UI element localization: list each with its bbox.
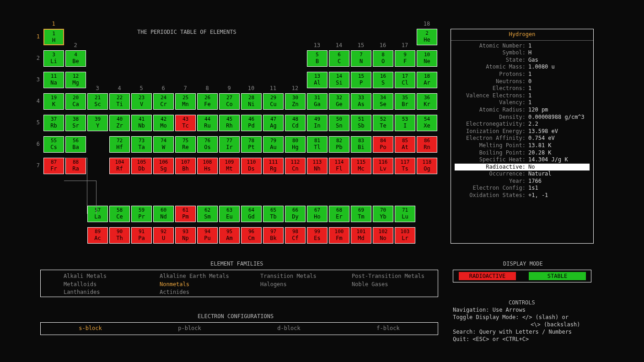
element-Ag[interactable]: 47Ag [263, 115, 284, 131]
element-Hs[interactable]: 108Hs [197, 158, 218, 174]
element-Re[interactable]: 75Re [175, 136, 196, 153]
element-H[interactable]: 1H [43, 29, 64, 45]
element-Db[interactable]: 105Db [131, 158, 152, 174]
element-Rg[interactable]: 111Rg [263, 158, 284, 174]
element-Fm[interactable]: 100Fm [329, 227, 349, 244]
element-W[interactable]: 74W [153, 136, 174, 153]
element-Ga[interactable]: 31Ga [307, 93, 327, 110]
element-Tl[interactable]: 81Tl [307, 136, 327, 153]
element-Zr[interactable]: 40Zr [109, 115, 130, 131]
element-Ge[interactable]: 32Ge [329, 93, 349, 110]
mode-radioactive[interactable]: RADIOACTIVE [459, 272, 516, 280]
family-nonmetals[interactable]: Nonmetals [160, 281, 260, 288]
element-Cl[interactable]: 17Cl [395, 72, 415, 88]
mode-stable[interactable]: STABLE [529, 272, 586, 280]
family-halogens[interactable]: Halogens [260, 281, 352, 288]
family-alkali-metals[interactable]: Alkali Metals [64, 273, 160, 280]
element-Np[interactable]: 93Np [175, 227, 196, 244]
element-Bk[interactable]: 97Bk [263, 227, 284, 244]
element-Sc[interactable]: 21Sc [87, 93, 108, 110]
element-I[interactable]: 53I [395, 115, 415, 131]
element-Be[interactable]: 4Be [65, 50, 86, 67]
element-Bi[interactable]: 83Bi [351, 136, 371, 153]
element-S[interactable]: 16S [373, 72, 393, 88]
block-f-block[interactable]: f-block [376, 325, 400, 332]
element-Tm[interactable]: 69Tm [351, 206, 371, 222]
element-Au[interactable]: 79Au [263, 136, 284, 153]
element-Si[interactable]: 14Si [329, 72, 349, 88]
element-Pr[interactable]: 59Pr [131, 206, 152, 222]
element-At[interactable]: 85At [395, 136, 415, 153]
element-Rf[interactable]: 104Rf [109, 158, 130, 174]
family-post-transition-metals[interactable]: Post-Transition Metals [352, 273, 452, 280]
element-Al[interactable]: 13Al [307, 72, 327, 88]
element-F[interactable]: 9F [395, 50, 415, 67]
element-Fl[interactable]: 114Fl [329, 158, 349, 174]
element-Pa[interactable]: 91Pa [131, 227, 152, 244]
element-Bh[interactable]: 107Bh [175, 158, 196, 174]
block-s-block[interactable]: s-block [79, 325, 102, 332]
element-Cs[interactable]: 55Cs [43, 136, 64, 153]
element-Pb[interactable]: 82Pb [329, 136, 349, 153]
element-Nd[interactable]: 60Nd [153, 206, 174, 222]
element-Yb[interactable]: 70Yb [373, 206, 393, 222]
element-V[interactable]: 23V [131, 93, 152, 110]
element-Fr[interactable]: 87Fr [43, 158, 64, 174]
element-Ir[interactable]: 77Ir [219, 136, 240, 153]
element-Nh[interactable]: 113Nh [307, 158, 327, 174]
family-transition-metals[interactable]: Transition Metals [260, 273, 352, 280]
element-Am[interactable]: 95Am [219, 227, 240, 244]
element-Co[interactable]: 27Co [219, 93, 240, 110]
element-Md[interactable]: 101Md [351, 227, 371, 244]
element-Br[interactable]: 35Br [395, 93, 415, 110]
element-Ce[interactable]: 58Ce [109, 206, 130, 222]
element-La[interactable]: 57La [87, 206, 108, 222]
element-Cm[interactable]: 96Cm [241, 227, 262, 244]
element-Tc[interactable]: 43Tc [175, 115, 196, 131]
element-Pd[interactable]: 46Pd [241, 115, 262, 131]
element-Ds[interactable]: 110Ds [241, 158, 262, 174]
element-Cf[interactable]: 98Cf [285, 227, 306, 244]
element-U[interactable]: 92U [153, 227, 174, 244]
element-Tb[interactable]: 65Tb [263, 206, 284, 222]
element-Po[interactable]: 84Po [373, 136, 393, 153]
element-Pu[interactable]: 94Pu [197, 227, 218, 244]
element-Ti[interactable]: 22Ti [109, 93, 130, 110]
family-noble-gases[interactable]: Noble Gases [352, 281, 452, 288]
element-Lu[interactable]: 71Lu [395, 206, 415, 222]
element-Pm[interactable]: 61Pm [175, 206, 196, 222]
element-He[interactable]: 2He [417, 29, 437, 45]
element-Mt[interactable]: 109Mt [219, 158, 240, 174]
element-Nb[interactable]: 41Nb [131, 115, 152, 131]
element-Es[interactable]: 99Es [307, 227, 327, 244]
element-Cd[interactable]: 48Cd [285, 115, 306, 131]
element-Og[interactable]: 118Og [417, 158, 437, 174]
family-alkaline-earth-metals[interactable]: Alkaline Earth Metals [160, 273, 260, 280]
element-Ni[interactable]: 28Ni [241, 93, 262, 110]
element-Ru[interactable]: 44Ru [197, 115, 218, 131]
element-Gd[interactable]: 64Gd [241, 206, 262, 222]
element-Lv[interactable]: 116Lv [373, 158, 393, 174]
element-Mo[interactable]: 42Mo [153, 115, 174, 131]
element-Rn[interactable]: 86Rn [417, 136, 437, 153]
element-No[interactable]: 102No [373, 227, 393, 244]
element-B[interactable]: 5B [307, 50, 327, 67]
element-Zn[interactable]: 30Zn [285, 93, 306, 110]
element-Er[interactable]: 68Er [329, 206, 349, 222]
element-Rb[interactable]: 37Rb [43, 115, 64, 131]
element-As[interactable]: 33As [351, 93, 371, 110]
element-Mc[interactable]: 115Mc [351, 158, 371, 174]
element-Te[interactable]: 52Te [373, 115, 393, 131]
element-Mn[interactable]: 25Mn [175, 93, 196, 110]
element-K[interactable]: 19K [43, 93, 64, 110]
element-Na[interactable]: 11Na [43, 72, 64, 88]
element-Ra[interactable]: 88Ra [65, 158, 86, 174]
element-Sb[interactable]: 51Sb [351, 115, 371, 131]
element-Kr[interactable]: 36Kr [417, 93, 437, 110]
element-Cu[interactable]: 29Cu [263, 93, 284, 110]
element-Ne[interactable]: 10Ne [417, 50, 437, 67]
block-d-block[interactable]: d-block [277, 325, 301, 332]
element-Mg[interactable]: 12Mg [65, 72, 86, 88]
element-Sm[interactable]: 62Sm [197, 206, 218, 222]
element-Lr[interactable]: 103Lr [395, 227, 415, 244]
